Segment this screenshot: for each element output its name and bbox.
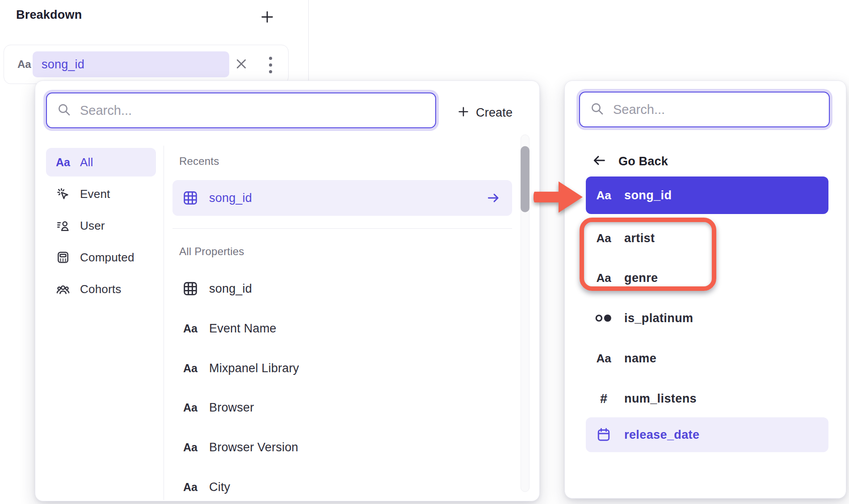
- property-label: Event Name: [209, 322, 277, 336]
- value-row-genre[interactable]: Aa genre: [586, 264, 828, 292]
- breakdown-property-value[interactable]: song_id: [33, 51, 229, 77]
- category-label: All: [80, 155, 93, 169]
- search-icon: [57, 102, 71, 118]
- text-type-icon: Aa: [181, 481, 200, 494]
- plus-icon: [260, 9, 275, 26]
- table-grid-icon: [181, 189, 200, 206]
- panel-edge-divider: [308, 0, 309, 81]
- property-label: Browser Version: [209, 441, 298, 454]
- text-type-icon: Aa: [594, 189, 614, 202]
- property-label: Browser: [209, 401, 254, 415]
- go-back-button[interactable]: Go Back: [592, 151, 668, 172]
- property-label: Mixpanel Library: [209, 361, 299, 375]
- property-picker-panel: Create Aa All Event User Computed: [35, 80, 540, 501]
- property-row-mixpanel-library[interactable]: Aa Mixpanel Library: [172, 354, 512, 382]
- property-row-browser[interactable]: Aa Browser: [172, 394, 512, 421]
- category-label: User: [80, 219, 105, 233]
- create-property-button[interactable]: Create: [457, 102, 513, 123]
- go-back-label: Go Back: [618, 155, 668, 168]
- property-row-browser-version[interactable]: Aa Browser Version: [172, 433, 512, 461]
- value-label: num_listens: [624, 392, 697, 406]
- value-label: name: [624, 352, 656, 365]
- people-group-icon: [55, 282, 71, 296]
- value-label: artist: [624, 231, 655, 245]
- category-cohorts[interactable]: Cohorts: [46, 275, 156, 303]
- value-row-release-date[interactable]: release_date: [586, 417, 828, 452]
- search-icon: [590, 101, 604, 118]
- property-row-song-id[interactable]: song_id: [172, 275, 512, 302]
- category-sidebar: Aa All Event User Computed Cohorts: [46, 148, 156, 307]
- user-profile-icon: [55, 218, 71, 233]
- recent-item-label: song_id: [209, 191, 252, 205]
- property-values-panel: Go Back Aa song_id Aa artist Aa genre is…: [564, 80, 846, 499]
- text-type-icon: Aa: [181, 441, 200, 454]
- page-title: Breakdown: [16, 8, 82, 22]
- property-type-icon: Aa: [17, 45, 31, 84]
- close-icon: [235, 57, 248, 72]
- cursor-click-icon: [55, 187, 71, 201]
- property-label: City: [209, 480, 230, 494]
- list-divider: [172, 228, 512, 229]
- arrow-left-icon: [592, 153, 607, 170]
- text-type-icon: Aa: [55, 156, 71, 169]
- text-type-icon: Aa: [181, 401, 200, 414]
- category-event[interactable]: Event: [46, 180, 156, 208]
- sidebar-divider: [164, 146, 164, 500]
- value-label: song_id: [624, 189, 672, 202]
- value-label: genre: [624, 271, 658, 285]
- all-properties-header: All Properties: [179, 245, 244, 258]
- property-label: song_id: [209, 282, 252, 296]
- breakdown-options-button[interactable]: [262, 55, 278, 74]
- boolean-circles-icon: [594, 313, 614, 323]
- plus-icon: [457, 105, 470, 120]
- create-label: Create: [476, 106, 513, 120]
- value-label: is_platinum: [624, 311, 693, 325]
- number-hash-icon: #: [594, 391, 614, 406]
- scrollbar-thumb[interactable]: [521, 146, 530, 212]
- text-type-icon: Aa: [594, 271, 614, 285]
- text-type-icon: Aa: [181, 322, 200, 335]
- category-label: Event: [80, 187, 110, 201]
- text-type-icon: Aa: [594, 231, 614, 245]
- value-row-artist[interactable]: Aa artist: [586, 224, 828, 252]
- text-type-icon: Aa: [594, 352, 614, 365]
- category-all[interactable]: Aa All: [46, 148, 156, 176]
- category-computed[interactable]: Computed: [46, 243, 156, 272]
- property-row-city[interactable]: Aa City: [172, 473, 512, 501]
- property-row-event-name[interactable]: Aa Event Name: [172, 315, 512, 342]
- calendar-icon: [594, 427, 614, 443]
- category-label: Cohorts: [80, 282, 121, 296]
- category-label: Computed: [80, 251, 134, 265]
- recent-item-song-id[interactable]: song_id: [172, 180, 512, 216]
- value-row-num-listens[interactable]: # num_listens: [586, 385, 828, 412]
- property-search[interactable]: [46, 92, 436, 128]
- breakdown-property-chip: Aa song_id: [4, 45, 289, 84]
- value-label: release_date: [624, 428, 699, 442]
- drill-in-arrow-icon[interactable]: [486, 191, 500, 205]
- value-row-name[interactable]: Aa name: [586, 344, 828, 372]
- value-row-is-platinum[interactable]: is_platinum: [586, 304, 828, 332]
- search-input[interactable]: [80, 103, 425, 118]
- add-breakdown-button[interactable]: [258, 9, 276, 27]
- kebab-icon: [269, 57, 272, 60]
- category-user[interactable]: User: [46, 211, 156, 240]
- calculator-icon: [55, 250, 71, 265]
- remove-breakdown-button[interactable]: [233, 56, 250, 73]
- search-input[interactable]: [613, 102, 819, 117]
- table-grid-icon: [181, 280, 200, 297]
- recents-header: Recents: [179, 155, 219, 168]
- value-row-song-id[interactable]: Aa song_id: [586, 176, 828, 214]
- text-type-icon: Aa: [181, 362, 200, 375]
- values-search[interactable]: [579, 92, 830, 127]
